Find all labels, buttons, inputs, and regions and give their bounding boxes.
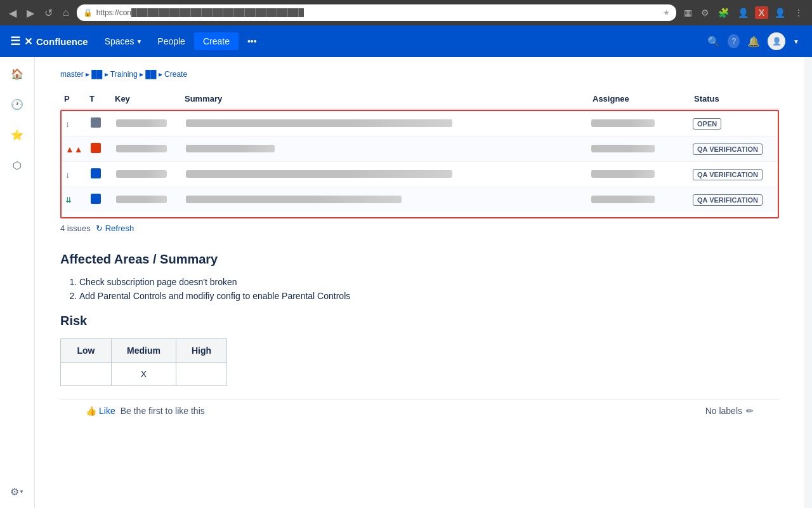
spaces-label: Spaces	[105, 36, 134, 46]
help-icon[interactable]: ?	[728, 34, 740, 48]
bottom-bar: 👍 Like Be the first to like this No labe…	[60, 399, 779, 422]
col-header-p: P	[60, 89, 86, 109]
sidebar-item-recent[interactable]: 🕐	[7, 94, 27, 114]
status-badge: OPEN	[693, 118, 721, 130]
profile-icon[interactable]: 👤	[735, 6, 751, 19]
home-icon: 🏠	[11, 68, 23, 80]
url-bar[interactable]: 🔒 https://con███████████████████████████…	[77, 4, 676, 21]
like-section: 👍 Like Be the first to like this	[86, 406, 205, 416]
sidebar-item-home[interactable]: 🏠	[7, 64, 27, 84]
like-label: Like	[99, 406, 115, 416]
browser-actions: ▦ ⚙ 🧩 👤 X 👤 ⋮	[681, 6, 806, 19]
breadcrumb-create-link[interactable]: Create	[164, 70, 187, 79]
status-badge: QA VERIFICATION	[693, 144, 763, 155]
forward-button[interactable]: ▶	[24, 4, 37, 22]
spaces-chevron-icon: ▼	[136, 38, 142, 45]
table-row[interactable]: ↓	[62, 162, 778, 187]
people-label: People	[157, 36, 185, 46]
risk-row: X	[61, 363, 227, 386]
recent-icon: 🕐	[11, 98, 23, 110]
sidebar-item-starred[interactable]: ⭐	[7, 124, 27, 145]
issue-summary	[186, 119, 452, 127]
account-chevron-icon[interactable]: ▼	[790, 36, 802, 48]
type-icon-story	[91, 168, 101, 178]
left-sidebar: 🏠 🕐 ⭐ ⬡ ⚙ ▼	[0, 57, 35, 508]
issues-table-wrapper: ↓	[60, 110, 779, 218]
risk-cell-high	[176, 363, 226, 386]
url-text: https://con█████████████████████████████…	[96, 8, 659, 17]
priority-icon-critical: ▲▲	[65, 144, 83, 154]
priority-icon-lowest: ⇊	[65, 196, 72, 204]
starred-icon: ⭐	[11, 129, 23, 141]
risk-heading: Risk	[60, 314, 779, 328]
issues-table: ↓	[62, 111, 778, 212]
avatar-icon[interactable]: 👤	[772, 6, 788, 19]
home-button[interactable]: ⌂	[60, 4, 72, 21]
breadcrumb: master ▸ ██ ▸ Training ▸ ██ ▸ Create	[60, 70, 779, 79]
x-extension-icon[interactable]: X	[755, 6, 768, 19]
qr-icon[interactable]: ▦	[681, 6, 695, 19]
table-row[interactable]: ▲▲	[62, 137, 778, 162]
risk-table: Low Medium High X	[60, 338, 227, 386]
header-right: 🔍 ? 🔔 👤 ▼	[705, 32, 802, 50]
type-icon-story	[91, 194, 101, 204]
spaces-nav-item[interactable]: Spaces ▼	[98, 32, 149, 50]
confluence-logo[interactable]: ☰ ✕ Confluence	[10, 34, 88, 48]
issue-assignee	[591, 119, 655, 127]
col-header-status: Status	[690, 89, 779, 109]
scrollbar-area[interactable]	[804, 57, 812, 508]
like-description: Be the first to like this	[121, 406, 205, 416]
list-item: Add Parental Controls and modifiy config…	[79, 291, 779, 301]
list-item: Check subscription page doesn't broken	[79, 277, 779, 287]
more-nav-item[interactable]: •••	[241, 32, 263, 50]
confluence-header: ☰ ✕ Confluence Spaces ▼ People Create ••…	[0, 25, 812, 57]
refresh-label: Refresh	[105, 224, 134, 233]
thumbs-up-icon: 👍	[86, 406, 96, 416]
hamburger-icon[interactable]: ☰	[10, 34, 20, 48]
risk-section: Risk Low Medium High X	[60, 314, 779, 386]
issue-summary	[186, 170, 452, 178]
breadcrumb-text: master ▸ ██ ▸ Training ▸ ██ ▸ Create	[60, 70, 187, 79]
edit-icon[interactable]: ✏	[746, 406, 754, 416]
issue-summary	[186, 196, 402, 203]
issue-assignee	[591, 170, 655, 178]
extensions-icon[interactable]: 🧩	[716, 6, 731, 19]
refresh-button[interactable]: ↺	[42, 4, 55, 22]
settings-icon[interactable]: ⚙	[698, 6, 712, 19]
menu-icon[interactable]: ⋮	[792, 6, 806, 19]
main-layout: 🏠 🕐 ⭐ ⬡ ⚙ ▼ master ▸ ██ ▸ Training ▸ ██ …	[0, 57, 812, 508]
table-row[interactable]: ⇊	[62, 187, 778, 213]
issue-key	[116, 170, 167, 178]
back-button[interactable]: ◀	[6, 4, 19, 22]
create-button[interactable]: Create	[194, 32, 239, 50]
issue-key	[116, 145, 167, 152]
sidebar-item-settings[interactable]: ⚙ ▼	[7, 481, 27, 502]
profile-avatar[interactable]: 👤	[768, 32, 785, 50]
risk-col-medium: Medium	[112, 339, 176, 363]
people-nav-item[interactable]: People	[151, 32, 192, 50]
search-icon[interactable]: 🔍	[705, 33, 723, 50]
refresh-link[interactable]: ↻ Refresh	[96, 224, 134, 233]
col-header-assignee: Assignee	[589, 89, 690, 109]
sidebar-item-apps[interactable]: ⬡	[7, 155, 27, 175]
main-nav: Spaces ▼ People Create •••	[98, 32, 695, 50]
status-badge: QA VERIFICATION	[693, 194, 763, 206]
table-row[interactable]: ↓	[62, 111, 778, 137]
more-label: •••	[247, 36, 257, 46]
labels-section: No labels ✏	[705, 406, 754, 416]
affected-areas-heading: Affected Areas / Summary	[60, 252, 779, 267]
risk-col-low: Low	[61, 339, 112, 363]
refresh-icon: ↻	[96, 224, 103, 233]
risk-cell-medium: X	[112, 363, 176, 386]
risk-cell-low	[61, 363, 112, 386]
notification-icon[interactable]: 🔔	[745, 33, 763, 50]
status-badge: QA VERIFICATION	[693, 169, 763, 180]
issue-assignee	[591, 145, 655, 152]
browser-chrome: ◀ ▶ ↺ ⌂ 🔒 https://con███████████████████…	[0, 0, 812, 25]
type-icon-task	[91, 117, 101, 128]
labels-text: No labels	[705, 406, 742, 416]
like-button[interactable]: 👍 Like	[86, 406, 115, 416]
issue-key	[116, 119, 167, 127]
issue-summary	[186, 145, 275, 152]
logo-icon: ✕	[24, 36, 32, 48]
